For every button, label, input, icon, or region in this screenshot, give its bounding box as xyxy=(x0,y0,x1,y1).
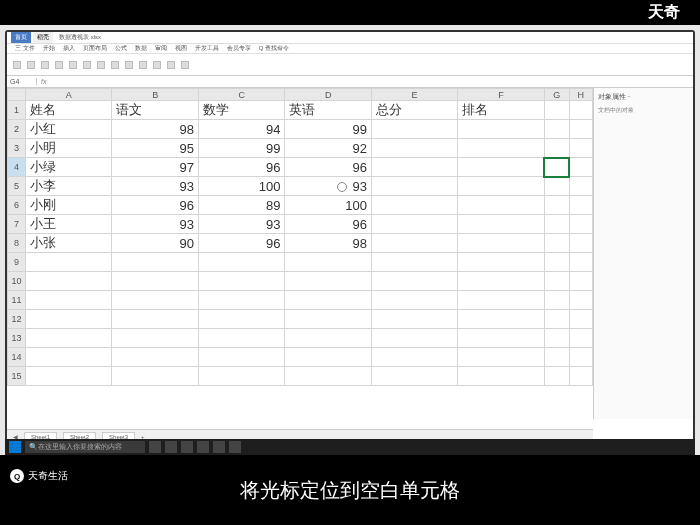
taskbar-app-icon[interactable] xyxy=(165,441,177,453)
cell[interactable] xyxy=(371,215,457,234)
row-header[interactable]: 5 xyxy=(8,177,26,196)
cell[interactable] xyxy=(198,291,284,310)
cell[interactable]: 89 xyxy=(198,196,284,215)
cell[interactable]: 96 xyxy=(112,196,198,215)
cell[interactable] xyxy=(26,367,112,386)
cell[interactable] xyxy=(26,348,112,367)
cell[interactable]: 总分 xyxy=(371,101,457,120)
ribbon-tab-view[interactable]: 视图 xyxy=(175,44,187,53)
row-header[interactable]: 9 xyxy=(8,253,26,272)
cell[interactable] xyxy=(569,120,592,139)
cell[interactable] xyxy=(544,196,569,215)
cut-icon[interactable] xyxy=(27,61,35,69)
cell[interactable] xyxy=(198,348,284,367)
cell[interactable]: 数学 xyxy=(198,101,284,120)
font-icon[interactable] xyxy=(41,61,49,69)
cell[interactable] xyxy=(112,348,198,367)
cell[interactable] xyxy=(544,120,569,139)
cell[interactable] xyxy=(371,196,457,215)
cell[interactable] xyxy=(371,120,457,139)
wrap-icon[interactable] xyxy=(97,61,105,69)
cell[interactable] xyxy=(285,253,371,272)
cell[interactable] xyxy=(544,310,569,329)
cell[interactable] xyxy=(285,329,371,348)
cell[interactable] xyxy=(198,367,284,386)
cell[interactable] xyxy=(371,310,457,329)
cell[interactable] xyxy=(544,291,569,310)
ribbon-tab-insert[interactable]: 插入 xyxy=(63,44,75,53)
cell[interactable] xyxy=(544,272,569,291)
cell[interactable] xyxy=(544,139,569,158)
cell[interactable] xyxy=(544,367,569,386)
cell[interactable]: 小李 xyxy=(26,177,112,196)
cell[interactable] xyxy=(569,367,592,386)
cell[interactable] xyxy=(112,367,198,386)
condformat-icon[interactable] xyxy=(125,61,133,69)
col-header-d[interactable]: D xyxy=(285,89,371,101)
ribbon-tab-dev[interactable]: 开发工具 xyxy=(195,44,219,53)
sort-icon[interactable] xyxy=(153,61,161,69)
cell[interactable] xyxy=(569,348,592,367)
row-header[interactable]: 12 xyxy=(8,310,26,329)
cell[interactable]: 小刚 xyxy=(26,196,112,215)
cell[interactable]: 英语 xyxy=(285,101,371,120)
cell[interactable] xyxy=(458,196,544,215)
ribbon-search[interactable]: Q 查找命令 xyxy=(259,44,289,53)
cell[interactable] xyxy=(371,348,457,367)
cell[interactable] xyxy=(544,253,569,272)
row-header[interactable]: 3 xyxy=(8,139,26,158)
cell[interactable] xyxy=(371,367,457,386)
ribbon-tab-formula[interactable]: 公式 xyxy=(115,44,127,53)
cell[interactable]: 96 xyxy=(285,158,371,177)
fx-label[interactable]: fx xyxy=(37,78,50,85)
cell[interactable] xyxy=(371,139,457,158)
cell[interactable]: 98 xyxy=(112,120,198,139)
row-header[interactable]: 6 xyxy=(8,196,26,215)
cell[interactable] xyxy=(285,310,371,329)
cell[interactable] xyxy=(112,272,198,291)
cell[interactable] xyxy=(198,272,284,291)
cell[interactable] xyxy=(285,367,371,386)
cell[interactable] xyxy=(371,234,457,253)
cell[interactable] xyxy=(458,367,544,386)
col-header-g[interactable]: G xyxy=(544,89,569,101)
cell[interactable]: 小张 xyxy=(26,234,112,253)
col-header-h[interactable]: H xyxy=(569,89,592,101)
cell[interactable]: 92 xyxy=(285,139,371,158)
sum-icon[interactable] xyxy=(139,61,147,69)
col-header-c[interactable]: C xyxy=(198,89,284,101)
col-header-b[interactable]: B xyxy=(112,89,198,101)
taskbar-app-icon[interactable] xyxy=(197,441,209,453)
cell[interactable] xyxy=(544,101,569,120)
align-icon[interactable] xyxy=(69,61,77,69)
cell[interactable] xyxy=(569,253,592,272)
cell[interactable]: 小明 xyxy=(26,139,112,158)
cell[interactable] xyxy=(569,310,592,329)
wps-filename[interactable]: 数据透视表.xlsx xyxy=(55,32,105,43)
taskbar-app-icon[interactable] xyxy=(181,441,193,453)
taskbar-app-icon[interactable] xyxy=(213,441,225,453)
cell[interactable]: 93 xyxy=(198,215,284,234)
cell[interactable] xyxy=(26,329,112,348)
cell[interactable]: 小绿 xyxy=(26,158,112,177)
cell[interactable] xyxy=(569,291,592,310)
cell[interactable]: 94 xyxy=(198,120,284,139)
ribbon-tab-layout[interactable]: 页面布局 xyxy=(83,44,107,53)
cell[interactable] xyxy=(458,310,544,329)
cell[interactable]: 99 xyxy=(198,139,284,158)
spreadsheet[interactable]: A B C D E F G H 1 姓名 语文 数学 英语 xyxy=(7,88,593,419)
cell[interactable] xyxy=(569,329,592,348)
cell[interactable] xyxy=(371,329,457,348)
taskbar-app-icon[interactable] xyxy=(149,441,161,453)
cell[interactable]: 96 xyxy=(285,215,371,234)
wps-daoker-tab[interactable]: 稻壳 xyxy=(33,32,53,43)
cell[interactable]: 99 xyxy=(285,120,371,139)
select-all-corner[interactable] xyxy=(8,89,26,101)
name-box[interactable]: G4 xyxy=(7,78,37,85)
cell[interactable] xyxy=(371,253,457,272)
cell[interactable] xyxy=(198,253,284,272)
cell[interactable] xyxy=(569,139,592,158)
cell[interactable] xyxy=(544,348,569,367)
selected-cell[interactable] xyxy=(544,158,569,177)
cell[interactable]: 96 xyxy=(198,234,284,253)
